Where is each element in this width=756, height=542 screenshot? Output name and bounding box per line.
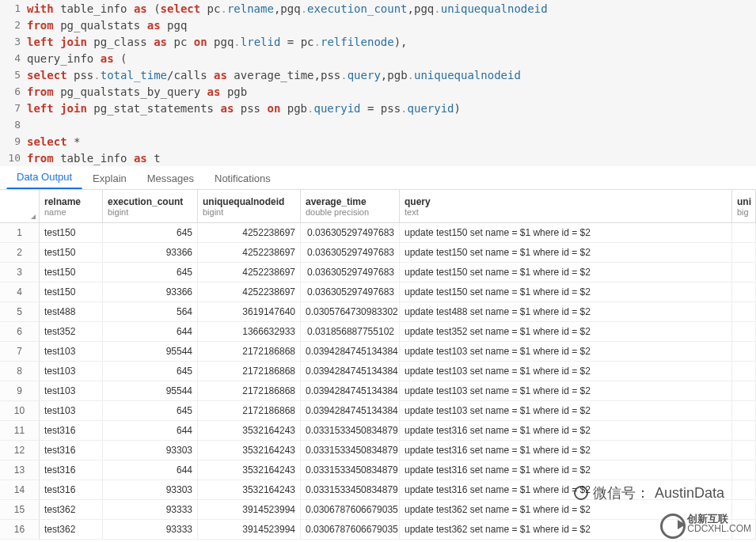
code-content[interactable]: with table_info as (select pc.relname,pg… <box>27 2 548 15</box>
code-content[interactable]: select pss.total_time/calls as average_t… <box>27 69 521 81</box>
grid-cell[interactable]: update test150 set name = $1 where id = … <box>400 243 732 263</box>
grid-cell[interactable]: 3532164243 <box>198 421 301 441</box>
grid-cell[interactable]: 644 <box>103 461 198 480</box>
grid-cell[interactable]: update test150 set name = $1 where id = … <box>400 223 732 243</box>
grid-cell[interactable]: 644 <box>103 421 198 441</box>
grid-cell[interactable]: 645 <box>103 263 198 282</box>
code-content[interactable]: select * <box>27 135 80 148</box>
grid-cell[interactable]: 4252238697 <box>198 282 301 302</box>
result-grid[interactable]: relnamenameexecution_countbigintuniquequ… <box>0 190 756 540</box>
grid-cell[interactable]: 2172186868 <box>198 362 301 381</box>
grid-cell[interactable] <box>732 342 756 362</box>
grid-cell[interactable] <box>732 263 756 282</box>
grid-cell[interactable]: test103 <box>40 401 103 421</box>
grid-cell[interactable]: 0.036305297497683 <box>301 282 400 302</box>
row-number[interactable]: 4 <box>0 282 40 302</box>
grid-cell[interactable]: 2172186868 <box>198 381 301 401</box>
row-number[interactable]: 15 <box>0 500 40 520</box>
grid-cell[interactable]: update test362 set name = $1 where id = … <box>400 500 732 520</box>
row-number[interactable]: 5 <box>0 302 40 322</box>
grid-cell[interactable]: 0.0306787606679035 <box>301 520 400 540</box>
grid-cell[interactable] <box>732 381 756 401</box>
tab-data-output[interactable]: Data Output <box>6 165 82 189</box>
grid-cell[interactable]: test150 <box>40 243 103 263</box>
tab-notifications[interactable]: Notifications <box>204 167 281 189</box>
grid-cell[interactable] <box>732 243 756 263</box>
grid-cell[interactable]: 4252238697 <box>198 263 301 282</box>
row-number[interactable]: 6 <box>0 322 40 342</box>
grid-cell[interactable]: 4252238697 <box>198 223 301 243</box>
grid-cell[interactable]: 93333 <box>103 520 198 540</box>
grid-cell[interactable]: 0.0331533450834879 <box>301 461 400 480</box>
sql-editor[interactable]: 1with table_info as (select pc.relname,p… <box>0 0 756 166</box>
grid-cell[interactable]: 1366632933 <box>198 322 301 342</box>
grid-cell[interactable]: 0.0394284745134384 <box>301 362 400 381</box>
column-header[interactable]: querytext <box>400 190 732 223</box>
row-number[interactable]: 16 <box>0 520 40 540</box>
row-number[interactable]: 9 <box>0 381 40 401</box>
row-number[interactable]: 2 <box>0 243 40 263</box>
grid-cell[interactable] <box>732 441 756 461</box>
column-header[interactable]: uniquequalnodeidbigint <box>198 190 301 223</box>
grid-cell[interactable]: 3914523994 <box>198 520 301 540</box>
grid-cell[interactable]: test316 <box>40 421 103 441</box>
row-number[interactable]: 12 <box>0 441 40 461</box>
grid-cell[interactable] <box>732 302 756 322</box>
grid-cell[interactable]: 0.036305297497683 <box>301 243 400 263</box>
grid-cell[interactable]: test316 <box>40 441 103 461</box>
grid-cell[interactable]: test316 <box>40 461 103 480</box>
grid-cell[interactable]: test362 <box>40 500 103 520</box>
grid-cell[interactable]: 93333 <box>103 500 198 520</box>
grid-cell[interactable]: 95544 <box>103 342 198 362</box>
grid-cell[interactable]: 3532164243 <box>198 480 301 500</box>
grid-cell[interactable]: update test316 set name = $1 where id = … <box>400 480 732 500</box>
grid-cell[interactable]: update test362 set name = $1 where id = … <box>400 520 732 540</box>
grid-cell[interactable] <box>732 500 756 520</box>
column-header[interactable]: relnamename <box>40 190 103 223</box>
row-number[interactable]: 7 <box>0 342 40 362</box>
grid-cell[interactable] <box>732 520 756 540</box>
grid-cell[interactable]: 93366 <box>103 282 198 302</box>
row-number[interactable]: 8 <box>0 362 40 381</box>
grid-cell[interactable]: update test352 set name = $1 where id = … <box>400 322 732 342</box>
grid-cell[interactable]: 0.0394284745134384 <box>301 401 400 421</box>
grid-cell[interactable] <box>732 401 756 421</box>
grid-cell[interactable]: update test316 set name = $1 where id = … <box>400 441 732 461</box>
row-number-header[interactable] <box>0 190 40 223</box>
code-content[interactable]: from table_info as t <box>27 152 161 165</box>
code-content[interactable]: from pg_qualstats_by_query as pgb <box>27 85 247 98</box>
grid-cell[interactable]: test316 <box>40 480 103 500</box>
grid-cell[interactable]: 0.036305297497683 <box>301 263 400 282</box>
grid-cell[interactable]: test150 <box>40 282 103 302</box>
grid-cell[interactable]: 93366 <box>103 243 198 263</box>
row-number[interactable]: 13 <box>0 461 40 480</box>
grid-cell[interactable]: 645 <box>103 362 198 381</box>
grid-cell[interactable]: update test316 set name = $1 where id = … <box>400 421 732 441</box>
grid-cell[interactable]: update test488 set name = $1 where id = … <box>400 302 732 322</box>
grid-cell[interactable]: 645 <box>103 223 198 243</box>
grid-cell[interactable]: update test103 set name = $1 where id = … <box>400 401 732 421</box>
grid-cell[interactable]: test103 <box>40 362 103 381</box>
grid-cell[interactable]: test150 <box>40 263 103 282</box>
tab-messages[interactable]: Messages <box>137 167 204 189</box>
grid-cell[interactable]: test488 <box>40 302 103 322</box>
row-number[interactable]: 3 <box>0 263 40 282</box>
grid-cell[interactable]: 3532164243 <box>198 461 301 480</box>
code-content[interactable]: from pg_qualstats as pgq <box>27 19 187 32</box>
grid-cell[interactable]: 644 <box>103 322 198 342</box>
grid-cell[interactable]: 2172186868 <box>198 342 301 362</box>
column-header[interactable]: unibig <box>732 190 756 223</box>
column-header[interactable]: average_timedouble precision <box>301 190 400 223</box>
grid-cell[interactable]: test352 <box>40 322 103 342</box>
grid-cell[interactable] <box>732 223 756 243</box>
column-header[interactable]: execution_countbigint <box>103 190 198 223</box>
grid-cell[interactable]: update test103 set name = $1 where id = … <box>400 381 732 401</box>
grid-cell[interactable]: 3619147640 <box>198 302 301 322</box>
row-number[interactable]: 1 <box>0 223 40 243</box>
grid-cell[interactable]: 0.0331533450834879 <box>301 441 400 461</box>
row-number[interactable]: 11 <box>0 421 40 441</box>
grid-cell[interactable]: update test150 set name = $1 where id = … <box>400 282 732 302</box>
code-content[interactable]: left join pg_class as pc on pgq.lrelid =… <box>27 36 408 48</box>
code-content[interactable]: left join pg_stat_statements as pss on p… <box>27 102 461 115</box>
grid-cell[interactable]: 0.0331533450834879 <box>301 480 400 500</box>
